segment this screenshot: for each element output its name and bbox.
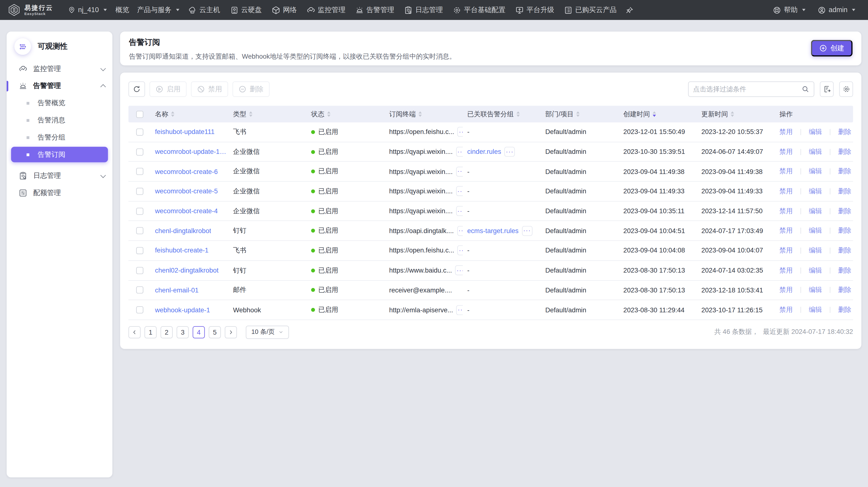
subscription-name-link[interactable]: wecomrobot-update-171... xyxy=(155,148,228,156)
col-header-terminal[interactable]: 订阅终端 xyxy=(385,109,463,119)
sort-icon[interactable] xyxy=(249,111,253,117)
nav-log-mgmt[interactable]: 日志管理 xyxy=(404,0,443,20)
col-header-dept[interactable]: 部门/项目 xyxy=(541,109,619,119)
row-delete-link[interactable]: 删除 xyxy=(838,285,851,295)
terminal-more-button[interactable]: ··· xyxy=(456,147,463,157)
select-all-checkbox[interactable] xyxy=(136,111,143,118)
sidebar-item-alert-groups[interactable]: 告警分组 xyxy=(6,129,113,146)
nav-purchased-products[interactable]: 已购买云产品 xyxy=(564,0,617,20)
row-delete-link[interactable]: 删除 xyxy=(838,167,851,176)
search-icon[interactable] xyxy=(802,85,809,93)
region-selector[interactable]: nj_410 xyxy=(68,0,106,20)
row-delete-link[interactable]: 删除 xyxy=(838,266,851,275)
subscription-name-link[interactable]: webhook-update-1 xyxy=(155,306,210,314)
row-checkbox[interactable] xyxy=(136,207,143,215)
row-checkbox[interactable] xyxy=(136,227,143,235)
row-delete-link[interactable]: 删除 xyxy=(838,207,851,216)
col-header-groups[interactable]: 已关联告警分组 xyxy=(463,109,541,119)
subscription-name-link[interactable]: feishubot-update111 xyxy=(155,128,215,136)
next-page-button[interactable] xyxy=(225,326,237,338)
col-header-name[interactable]: 名称 xyxy=(151,109,228,119)
col-header-status[interactable]: 状态 xyxy=(307,109,384,119)
col-header-updated[interactable]: 更新时间 xyxy=(697,109,775,119)
sidebar-item-quota-mgmt[interactable]: 配额管理 xyxy=(6,184,113,202)
row-disable-link[interactable]: 禁用 xyxy=(779,246,793,255)
terminal-more-button[interactable]: ··· xyxy=(456,305,463,315)
sidebar-item-alert-messages[interactable]: 告警消息 xyxy=(6,112,113,129)
row-edit-link[interactable]: 编辑 xyxy=(809,285,822,295)
row-disable-link[interactable]: 禁用 xyxy=(779,167,793,176)
row-edit-link[interactable]: 编辑 xyxy=(809,167,822,176)
sort-icon[interactable] xyxy=(517,111,520,117)
subscription-name-link[interactable]: chenl-email-01 xyxy=(155,286,198,294)
row-disable-link[interactable]: 禁用 xyxy=(779,226,793,236)
nav-platform-config[interactable]: 平台基础配置 xyxy=(453,0,505,20)
terminal-more-button[interactable]: ··· xyxy=(456,206,463,216)
subscription-name-link[interactable]: wecomrobot-create-5 xyxy=(155,187,218,195)
page-button-4-active[interactable]: 4 xyxy=(192,326,205,338)
nav-cloud-disk[interactable]: 云硬盘 xyxy=(230,0,262,20)
nav-cloud-server[interactable]: 云主机 xyxy=(188,0,220,20)
terminal-more-button[interactable]: ··· xyxy=(455,265,463,275)
row-edit-link[interactable]: 编辑 xyxy=(809,207,822,216)
row-delete-link[interactable]: 删除 xyxy=(838,226,851,236)
sort-icon[interactable] xyxy=(327,111,331,117)
row-disable-link[interactable]: 禁用 xyxy=(779,266,793,275)
refresh-button[interactable] xyxy=(128,82,145,97)
create-button[interactable]: 创建 xyxy=(811,40,852,57)
filter-input[interactable] xyxy=(693,85,802,93)
row-delete-link[interactable]: 删除 xyxy=(838,305,851,315)
sort-icon[interactable] xyxy=(418,111,422,117)
row-edit-link[interactable]: 编辑 xyxy=(809,246,822,255)
row-edit-link[interactable]: 编辑 xyxy=(809,187,822,196)
sidebar-item-alert-overview[interactable]: 告警概览 xyxy=(6,95,113,112)
help-menu[interactable]: 帮助 xyxy=(773,0,806,20)
subscription-name-link[interactable]: wecomrobot-create-4 xyxy=(155,207,218,215)
row-checkbox[interactable] xyxy=(136,188,143,195)
nav-platform-upgrade[interactable]: 平台升级 xyxy=(516,0,554,20)
terminal-more-button[interactable]: ··· xyxy=(458,127,463,137)
row-disable-link[interactable]: 禁用 xyxy=(779,305,793,315)
sort-icon[interactable] xyxy=(577,111,580,117)
nav-overview[interactable]: 概览 xyxy=(116,0,129,20)
sort-icon-active[interactable] xyxy=(653,111,656,117)
group-more-button[interactable]: ··· xyxy=(504,147,515,157)
row-checkbox[interactable] xyxy=(136,168,143,175)
row-disable-link[interactable]: 禁用 xyxy=(779,127,793,136)
subscription-name-link[interactable]: chenl-dingtalkrobot xyxy=(155,227,211,235)
group-more-button[interactable]: ··· xyxy=(522,226,532,236)
page-button-2[interactable]: 2 xyxy=(161,326,173,338)
col-header-created[interactable]: 创建时间 xyxy=(619,109,697,119)
row-checkbox[interactable] xyxy=(136,286,143,294)
sort-icon[interactable] xyxy=(171,111,175,117)
pin-shortcut-button[interactable] xyxy=(626,0,633,20)
terminal-more-button[interactable]: ··· xyxy=(457,226,463,236)
terminal-more-button[interactable]: ··· xyxy=(458,246,463,255)
row-delete-link[interactable]: 删除 xyxy=(838,187,851,196)
row-checkbox[interactable] xyxy=(136,306,143,313)
row-checkbox[interactable] xyxy=(136,148,143,156)
row-disable-link[interactable]: 禁用 xyxy=(779,207,793,216)
page-size-select[interactable]: 10 条/页 xyxy=(246,326,289,339)
nav-alert-mgmt[interactable]: 告警管理 xyxy=(355,0,394,20)
disable-button[interactable]: 禁用 xyxy=(191,82,228,97)
sidebar-item-log-mgmt[interactable]: 日志管理 xyxy=(6,167,113,184)
subscription-name-link[interactable]: feishubot-create-1 xyxy=(155,247,209,254)
export-button[interactable] xyxy=(820,82,834,97)
row-checkbox[interactable] xyxy=(136,247,143,254)
row-checkbox[interactable] xyxy=(136,267,143,274)
group-link[interactable]: cinder.rules xyxy=(467,148,501,156)
page-button-1[interactable]: 1 xyxy=(145,326,157,338)
row-edit-link[interactable]: 编辑 xyxy=(809,147,822,156)
sidebar-item-alert-mgmt[interactable]: 告警管理 xyxy=(6,78,113,95)
sidebar-item-alert-subscriptions[interactable]: 告警订阅 xyxy=(11,147,108,162)
row-edit-link[interactable]: 编辑 xyxy=(809,127,822,136)
prev-page-button[interactable] xyxy=(128,326,141,338)
row-disable-link[interactable]: 禁用 xyxy=(779,187,793,196)
terminal-more-button[interactable]: ··· xyxy=(456,166,463,176)
enable-button[interactable]: 启用 xyxy=(149,82,186,97)
row-delete-link[interactable]: 删除 xyxy=(838,246,851,255)
row-disable-link[interactable]: 禁用 xyxy=(779,285,793,295)
subscription-name-link[interactable]: wecomrobot-create-6 xyxy=(155,168,218,175)
group-link[interactable]: ecms-target.rules xyxy=(467,227,519,235)
